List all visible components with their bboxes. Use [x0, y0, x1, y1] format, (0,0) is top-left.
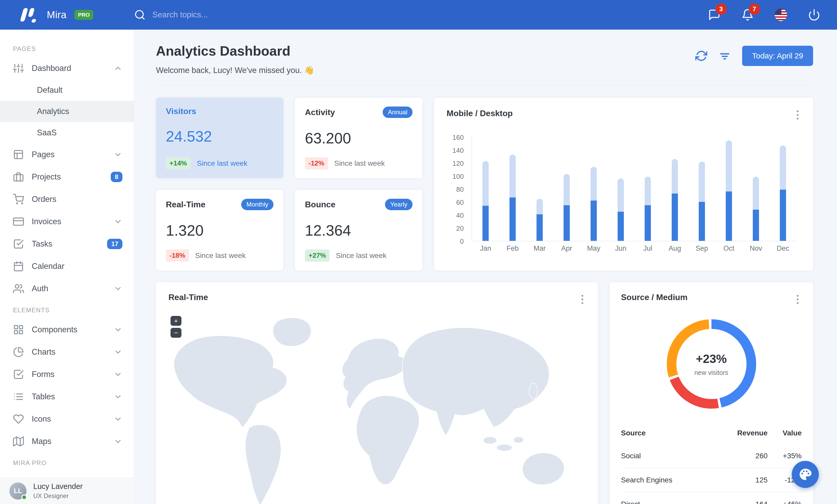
sidebar-item-label: Dashboard [32, 64, 113, 73]
sidebar-item-components[interactable]: Components [0, 318, 134, 341]
sidebar-item-saas[interactable]: SaaS [0, 122, 134, 144]
logout-button[interactable] [807, 7, 821, 22]
stat-value: 24.532 [166, 128, 273, 145]
bar-segment-desktop [618, 179, 624, 212]
cell-source: Search Engines [621, 468, 713, 492]
calendar-icon [13, 261, 24, 272]
chevron-down-icon [113, 392, 122, 401]
source-medium-title: Source / Medium [621, 293, 802, 302]
notifications-button[interactable]: 7 [740, 7, 755, 22]
sidebar-item-analytics[interactable]: Analytics [0, 101, 134, 122]
grid-icon [13, 324, 24, 335]
bar-column-oct: Oct [726, 137, 732, 241]
period-chip[interactable]: Annual [382, 107, 412, 118]
period-chip[interactable]: Yearly [385, 199, 412, 210]
sidebar-item-orders[interactable]: Orders [0, 188, 134, 210]
x-tick-label: Nov [750, 244, 762, 253]
us-flag-icon [774, 8, 787, 21]
chevron-down-icon [113, 217, 122, 226]
sidebar-item-tasks[interactable]: Tasks17 [0, 233, 134, 255]
bar-segment-desktop [536, 199, 543, 214]
bar-segment-desktop [645, 177, 651, 205]
chart-menu-button[interactable] [792, 109, 803, 120]
search-input[interactable] [152, 10, 282, 19]
source-medium-menu-button[interactable] [792, 294, 803, 305]
map-title: Real-Time [168, 293, 585, 302]
chevron-down-icon [113, 150, 122, 159]
y-tick-label: 100 [452, 172, 464, 181]
x-tick-label: Sep [696, 244, 708, 253]
sidebar-item-forms[interactable]: Forms [0, 363, 134, 386]
date-range-button[interactable]: Today: April 29 [742, 46, 813, 66]
navbar-actions: 3 7 [707, 7, 821, 22]
filter-button[interactable] [719, 50, 731, 62]
period-chip[interactable]: Monthly [241, 199, 273, 210]
continent-north-america [174, 336, 287, 428]
messages-count-badge: 3 [715, 3, 727, 15]
column-header-revenue: Revenue [713, 424, 767, 444]
stat-caption: Since last week [195, 251, 246, 260]
bar-segment-desktop [672, 159, 678, 193]
brand[interactable]: Mira PRO [18, 7, 134, 23]
sidebar-item-label: Projects [32, 172, 107, 182]
check-square-icon [13, 369, 24, 380]
credit-card-icon [13, 216, 24, 227]
sidebar-item-invoices[interactable]: Invoices [0, 210, 134, 233]
source-medium-card: Source / Medium +23% new visitors Source [609, 282, 813, 504]
sidebar-item-auth[interactable]: Auth [0, 278, 134, 300]
x-tick-label: Jun [615, 244, 626, 253]
stat-card-activity: Activity Annual 63.200 -12% Since last w… [295, 98, 422, 178]
sidebar-user[interactable]: LL Lucy Lavender UX Designer [0, 478, 134, 504]
sidebar-item-dashboard[interactable]: Dashboard [0, 57, 134, 79]
table-row: Social260+35% [621, 444, 802, 468]
bar-segment-mobile [672, 193, 678, 241]
sidebar-item-default[interactable]: Default [0, 79, 134, 101]
refresh-button[interactable] [695, 50, 707, 62]
sidebar-item-icons[interactable]: Icons [0, 408, 134, 430]
cell-source: Social [621, 444, 713, 468]
chevron-down-icon [113, 437, 122, 446]
mira-logo-icon [18, 7, 39, 23]
bar-segment-desktop [591, 167, 597, 201]
sidebar-item-charts[interactable]: Charts [0, 341, 134, 363]
world-map [156, 307, 598, 504]
map-zoom-in-button[interactable]: + [171, 316, 181, 326]
messages-button[interactable]: 3 [707, 7, 722, 22]
sidebar-item-label: Maps [32, 437, 113, 446]
chevron-down-icon [113, 415, 122, 424]
bar-segment-mobile [726, 191, 732, 241]
users-icon [13, 283, 24, 294]
stat-card-realtime: Real-Time Monthly 1.320 -18% Since last … [156, 190, 283, 270]
donut-center-label: new visitors [694, 369, 728, 376]
stat-card-visitors: Visitors 24.532 +14% Since last week [156, 98, 283, 178]
briefcase-icon [13, 171, 24, 182]
chevron-up-icon [113, 64, 122, 73]
bar-plot: JanFebMarAprMayJunJulAugSepOctNovDec [471, 137, 797, 241]
y-tick-label: 40 [456, 211, 464, 220]
map-menu-button[interactable] [577, 294, 587, 305]
source-medium-table: Source Revenue Value Social260+35%Search… [621, 424, 802, 504]
y-tick-label: 0 [460, 238, 464, 245]
sidebar-item-tables[interactable]: Tables [0, 386, 134, 408]
chevron-down-icon [113, 348, 122, 356]
x-tick-label: Mar [534, 244, 546, 253]
y-axis: 020406080100120140160 [447, 137, 464, 241]
sidebar-item-projects[interactable]: Projects8 [0, 166, 134, 188]
sidebar-item-calendar[interactable]: Calendar [0, 255, 134, 278]
column-header-source: Source [621, 424, 713, 444]
sidebar-item-maps[interactable]: Maps [0, 430, 134, 452]
stat-caption: Since last week [334, 159, 385, 168]
x-tick-label: Jan [480, 244, 491, 253]
stat-caption: Since last week [197, 159, 247, 168]
map-zoom-out-button[interactable]: − [171, 328, 181, 338]
sidebar-item-pages[interactable]: Pages [0, 144, 134, 166]
cell-value: +46% [768, 492, 802, 504]
stat-value: 1.320 [166, 222, 273, 239]
theme-settings-fab[interactable] [792, 461, 819, 488]
continent-south-america [245, 425, 281, 504]
pie-icon [13, 347, 24, 357]
language-button[interactable] [773, 7, 788, 22]
sidebar-item-label: Components [32, 325, 113, 334]
sidebar-item-label: Default [37, 86, 122, 95]
y-tick-label: 80 [456, 186, 464, 193]
